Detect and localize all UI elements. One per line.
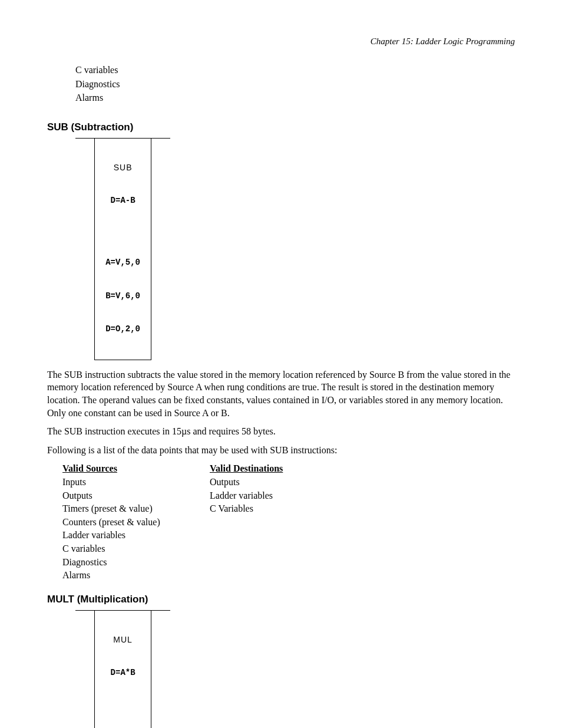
sub-ladder-diagram: SUB D=A-B A=V,5,0 B=V,6,0 D=O,2,0 [75,138,515,360]
sub-description-3: Following is a list of the data points t… [47,444,515,457]
box-expression: D=A*B [103,667,143,678]
list-item: Alarms [75,91,515,104]
list-item: Ladder variables [62,529,210,542]
box-expression: D=A-B [103,195,143,206]
list-item: Outputs [210,476,357,489]
page-header: Chapter 15: Ladder Logic Programming [47,35,515,47]
list-item: C variables [62,542,210,555]
wire-right [151,138,171,261]
box-line: A=V,5,0 [103,257,143,268]
mult-heading: MULT (Multiplication) [47,593,515,607]
list-item: Timers (preset & value) [62,502,210,515]
top-continuation-list: C variables Diagnostics Alarms [75,64,515,104]
box-line: D=O,2,0 [103,324,143,335]
sub-datapoints-table: Valid Sources Inputs Outputs Timers (pre… [62,462,515,582]
wire-left [75,610,95,728]
sub-description-1: The SUB instruction subtracts the value … [47,368,515,419]
wire-right [151,610,171,728]
column-header: Valid Destinations [210,462,357,475]
list-item: Diagnostics [75,78,515,91]
spacer [103,701,143,707]
list-item: Ladder variables [210,489,357,502]
sub-heading: SUB (Subtraction) [47,121,515,134]
spacer [103,229,143,235]
list-item: Inputs [62,476,210,489]
box-title: MUL [103,634,143,645]
box-line: B=V,6,0 [103,291,143,302]
sub-instruction-box: SUB D=A-B A=V,5,0 B=V,6,0 D=O,2,0 [95,138,151,360]
list-item: Diagnostics [62,556,210,569]
list-item: C Variables [210,502,357,515]
mult-ladder-diagram: MUL D=A*B A=2.50 B=C,30,0 D=C,31,0 [75,610,515,728]
list-item: Alarms [62,569,210,582]
wire-left [75,138,95,261]
column-header: Valid Sources [62,462,210,475]
sub-dests-column: Valid Destinations Outputs Ladder variab… [210,462,357,582]
box-title: SUB [103,162,143,173]
sub-sources-column: Valid Sources Inputs Outputs Timers (pre… [62,462,210,582]
mult-instruction-box: MUL D=A*B A=2.50 B=C,30,0 D=C,31,0 [95,610,151,728]
sub-description-2: The SUB instruction executes in 15µs and… [47,425,515,438]
list-item: Counters (preset & value) [62,516,210,529]
list-item: C variables [75,64,515,77]
list-item: Outputs [62,489,210,502]
